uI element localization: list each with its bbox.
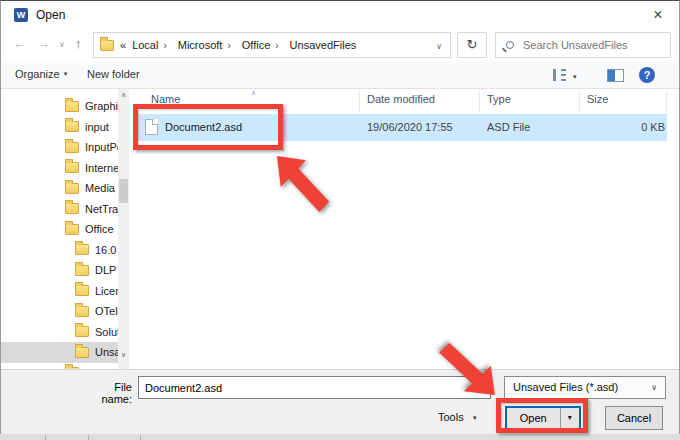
header-divider[interactable] xyxy=(666,91,667,112)
sidebar-item-label: Media I xyxy=(85,182,118,194)
column-header-size[interactable]: Size xyxy=(587,93,608,105)
help-icon[interactable]: ? xyxy=(639,67,655,83)
annotation-arrow-to-open-button xyxy=(436,340,498,398)
forward-icon[interactable]: → xyxy=(37,36,50,51)
sidebar-tree: GraphicinputInputPeInterneMedia INetTrac… xyxy=(1,89,118,369)
folder-icon xyxy=(65,162,79,173)
sidebar-item-nettrac[interactable]: NetTrac xyxy=(1,199,118,220)
sidebar-scrollbar[interactable]: ∧ ∨ xyxy=(118,89,129,369)
sidebar-item-licens[interactable]: Licens xyxy=(1,281,118,302)
address-bar-row: ← → ∨ ↑ « Local › Microsoft › Office › U… xyxy=(1,29,679,61)
column-header-type[interactable]: Type xyxy=(487,93,511,105)
resize-grip[interactable] xyxy=(665,420,675,430)
file-type-select[interactable]: Unsaved Files (*.asd) ∨ xyxy=(504,376,666,399)
folder-icon xyxy=(100,40,114,51)
sidebar-item-label: Interne xyxy=(85,162,118,174)
breadcrumb-segment-microsoft[interactable]: Microsoft xyxy=(178,39,223,51)
file-type-value: Unsaved Files (*.asd) xyxy=(513,381,618,393)
tools-chevron-icon[interactable]: ▾ xyxy=(473,414,477,422)
breadcrumb-dropdown-icon[interactable]: ∨ xyxy=(436,42,442,51)
folder-icon xyxy=(75,244,89,255)
view-options-icon[interactable] xyxy=(553,69,566,81)
header-divider[interactable] xyxy=(359,91,360,112)
breadcrumb[interactable]: « Local › Microsoft › Office › UnsavedFi… xyxy=(93,32,451,58)
sidebar-item-inputpe[interactable]: InputPe xyxy=(1,137,118,158)
title-bar: W Open × xyxy=(1,1,679,29)
sidebar-item-label: NetTrac xyxy=(85,203,118,215)
file-name-label: File name: xyxy=(85,381,132,405)
screenshot-stage: W Open × ← → ∨ ↑ « Local › Microsoft › O… xyxy=(0,0,680,440)
background-window-strip xyxy=(0,433,680,440)
search-icon xyxy=(506,41,514,49)
back-icon[interactable]: ← xyxy=(13,36,26,51)
folder-icon xyxy=(65,101,79,112)
sidebar-item-label: 16.0 xyxy=(95,244,116,256)
sidebar-item-unsav[interactable]: Unsav xyxy=(1,342,118,363)
sidebar-item-input[interactable]: input xyxy=(1,117,118,138)
sidebar-item-label: Unsav xyxy=(95,346,118,358)
sidebar-item-16-0[interactable]: 16.0 xyxy=(1,240,118,261)
up-icon[interactable]: ↑ xyxy=(75,36,82,51)
search-placeholder: Search UnsavedFiles xyxy=(523,39,628,51)
folder-icon xyxy=(75,326,89,337)
sidebar-item-soluti[interactable]: Soluti xyxy=(1,322,118,343)
command-toolbar: Organize▾ New folder ▾ ? xyxy=(1,61,679,89)
scroll-down-icon[interactable]: ∨ xyxy=(118,351,129,359)
open-dialog: W Open × ← → ∨ ↑ « Local › Microsoft › O… xyxy=(0,0,680,433)
file-date-cell: 19/06/2020 17:55 xyxy=(367,121,453,133)
folder-icon xyxy=(65,142,79,153)
folder-icon xyxy=(75,265,89,276)
folder-icon xyxy=(75,306,89,317)
sidebar-item-label: OTele xyxy=(95,305,118,317)
new-folder-button[interactable]: New folder xyxy=(87,68,140,80)
sort-ascending-icon: ∧ xyxy=(251,89,256,97)
annotation-arrow-to-file xyxy=(274,153,332,215)
sidebar-item-label: Soluti xyxy=(95,326,118,338)
tools-button[interactable]: Tools xyxy=(438,411,464,423)
sidebar-item-interne[interactable]: Interne xyxy=(1,158,118,179)
word-app-icon: W xyxy=(14,8,28,22)
cancel-button[interactable]: Cancel xyxy=(605,406,663,430)
main-area: GraphicinputInputPeInterneMedia INetTrac… xyxy=(1,89,679,369)
scrollbar-thumb[interactable] xyxy=(119,179,128,203)
annotation-rect-file xyxy=(133,104,283,150)
organize-label: Organize xyxy=(15,68,60,80)
scroll-up-icon[interactable]: ∧ xyxy=(118,91,129,99)
folder-icon xyxy=(65,121,79,132)
folder-icon xyxy=(65,203,79,214)
chevron-down-icon: ∨ xyxy=(651,377,657,398)
breadcrumb-separator: › xyxy=(227,40,230,51)
sidebar-item-office[interactable]: Office xyxy=(1,219,118,240)
sidebar-item-media-i[interactable]: Media I xyxy=(1,178,118,199)
folder-icon xyxy=(75,285,89,296)
search-input[interactable]: Search UnsavedFiles xyxy=(495,32,671,58)
sidebar-item-label: InputPe xyxy=(85,141,118,153)
breadcrumb-segment-unsavedfiles[interactable]: UnsavedFiles xyxy=(290,39,357,51)
folder-icon xyxy=(65,183,79,194)
sidebar-item-label: Graphic xyxy=(85,100,118,112)
annotation-rect-open-button xyxy=(496,398,588,433)
preview-pane-icon[interactable] xyxy=(607,69,624,82)
breadcrumb-segment-office[interactable]: Office xyxy=(242,39,271,51)
organize-button[interactable]: Organize▾ xyxy=(15,68,67,80)
header-divider[interactable] xyxy=(579,91,580,112)
sidebar-item-graphic[interactable]: Graphic xyxy=(1,96,118,117)
sidebar-item-dlp[interactable]: DLP xyxy=(1,260,118,281)
sidebar-item-otele[interactable]: OTele xyxy=(1,301,118,322)
sidebar-item-label: DLP xyxy=(95,264,116,276)
close-icon[interactable]: × xyxy=(647,4,669,26)
sidebar-item-label: Licens xyxy=(95,285,118,297)
header-divider[interactable] xyxy=(479,91,480,112)
folder-icon xyxy=(75,347,89,358)
file-size-cell: 0 KB xyxy=(605,121,665,133)
dialog-title: Open xyxy=(36,8,65,22)
view-options-chevron-icon[interactable]: ▾ xyxy=(573,73,577,81)
column-header-date-modified[interactable]: Date modified xyxy=(367,93,435,105)
breadcrumb-prefix[interactable]: « xyxy=(120,39,126,51)
sidebar-item-label: input xyxy=(85,121,109,133)
refresh-icon[interactable]: ↻ xyxy=(457,32,487,58)
breadcrumb-separator: › xyxy=(275,40,278,51)
breadcrumb-segment-local[interactable]: Local xyxy=(132,39,158,51)
history-dropdown-icon[interactable]: ∨ xyxy=(59,40,65,49)
sidebar-item-label: Office xyxy=(85,223,114,235)
